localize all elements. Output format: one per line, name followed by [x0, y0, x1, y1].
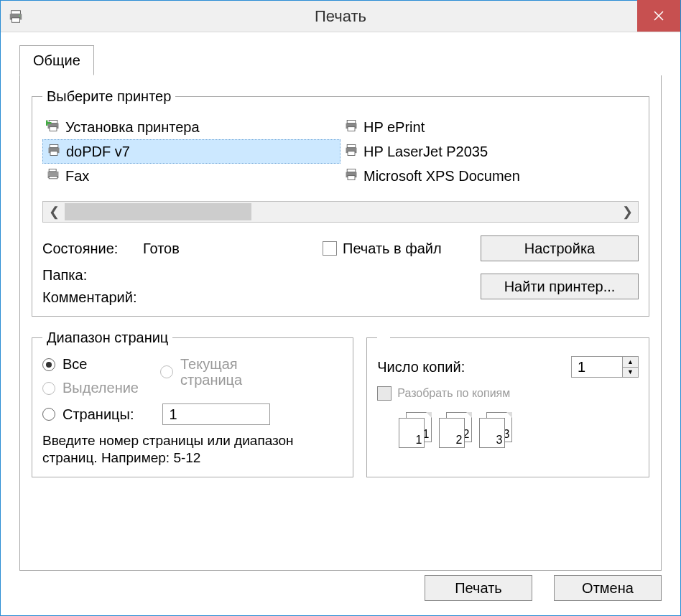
- radio-selection: Выделение: [42, 380, 139, 396]
- print-button-label: Печать: [455, 580, 502, 597]
- dialog-buttons: Печать Отмена: [425, 575, 662, 601]
- cancel-button-label: Отмена: [582, 580, 634, 597]
- printer-item-label: HP ePrint: [363, 119, 425, 136]
- print-to-file-label: Печать в файл: [343, 241, 442, 257]
- svg-rect-5: [50, 126, 57, 131]
- printer-icon: [343, 118, 359, 136]
- page-range-hint: Введите номер страницы или диапазон стра…: [42, 432, 343, 467]
- status-state-value: Готов: [143, 241, 323, 257]
- svg-rect-8: [46, 122, 52, 124]
- radio-all[interactable]: Все: [42, 356, 139, 373]
- printer-item-add[interactable]: Установка принтера: [42, 115, 340, 139]
- page-icon: 3: [479, 418, 505, 448]
- printer-status-grid: Состояние: Готов Печать в файл Настройка…: [42, 235, 639, 306]
- copies-group: . Число копий: ▲ ▼: [366, 330, 649, 477]
- radio-pages-label: Страницы:: [62, 406, 134, 423]
- svg-rect-16: [348, 126, 355, 131]
- printer-icon: [46, 143, 62, 161]
- lower-panels: Диапазон страниц Все Выделение: [32, 330, 649, 490]
- radio-current-label: Текущаястраница: [180, 356, 242, 388]
- collate-label: Разобрать по копиям: [397, 387, 510, 400]
- printer-select-legend: Выберите принтер: [42, 88, 175, 105]
- svg-rect-14: [49, 176, 57, 178]
- svg-rect-13: [49, 169, 56, 171]
- preferences-button-label: Настройка: [524, 241, 595, 257]
- window-title: Печать: [1, 7, 680, 26]
- printer-item-hpeprint[interactable]: HP ePrint: [340, 115, 639, 139]
- titlebar: Печать: [1, 1, 680, 32]
- spinner-up-icon[interactable]: ▲: [623, 357, 638, 368]
- status-state-label: Состояние:: [42, 241, 143, 257]
- svg-point-3: [19, 15, 21, 17]
- preferences-button[interactable]: Настройка: [481, 235, 639, 261]
- tab-general[interactable]: Общие: [19, 45, 94, 75]
- printer-item-label: HP LaserJet P2035: [363, 144, 488, 160]
- scroll-right-icon[interactable]: ❯: [616, 204, 638, 220]
- print-button[interactable]: Печать: [425, 575, 532, 601]
- collate-checkbox: Разобрать по копиям: [377, 386, 639, 401]
- pages-input[interactable]: [162, 403, 270, 425]
- printer-icon: [8, 9, 24, 24]
- printer-item-xps[interactable]: Microsoft XPS Documen: [340, 164, 639, 188]
- svg-rect-23: [347, 169, 356, 172]
- checkbox-icon: [323, 241, 337, 256]
- printer-list-hscroll[interactable]: ❮ ❯: [42, 201, 639, 223]
- find-printer-label: Найти принтер...: [504, 279, 616, 295]
- find-printer-button[interactable]: Найти принтер...: [481, 274, 639, 299]
- radio-current-page: Текущаястраница: [160, 356, 242, 388]
- copies-spinner[interactable]: ▲ ▼: [571, 356, 639, 378]
- tab-strip: Общие: [19, 45, 662, 75]
- collate-illustration: 11 22 33: [377, 412, 639, 447]
- svg-rect-19: [348, 151, 355, 155]
- checkbox-icon: [377, 386, 392, 401]
- copies-count-label: Число копий:: [377, 359, 465, 375]
- svg-rect-0: [11, 10, 21, 14]
- status-comment-label: Комментарий:: [42, 289, 143, 306]
- printer-item-label: Fax: [65, 168, 89, 185]
- radio-icon: [42, 382, 55, 395]
- add-printer-icon: [45, 118, 61, 136]
- printer-icon: [343, 143, 359, 161]
- cancel-button[interactable]: Отмена: [554, 575, 662, 601]
- tab-general-label: Общие: [33, 52, 80, 69]
- page-icon: 2: [439, 418, 465, 448]
- page-range-legend: Диапазон страниц: [42, 330, 172, 346]
- radio-icon: [42, 358, 55, 371]
- print-dialog: Печать Общие Выберите принтер Установка …: [0, 0, 681, 616]
- svg-rect-20: [347, 144, 356, 147]
- print-to-file-checkbox[interactable]: Печать в файл: [323, 241, 481, 257]
- svg-rect-17: [347, 120, 356, 123]
- close-button[interactable]: [637, 0, 680, 32]
- tab-body: Выберите принтер Установка принтера doPD…: [19, 75, 662, 571]
- fax-icon: [45, 167, 61, 185]
- printer-item-fax[interactable]: Fax: [42, 164, 340, 188]
- printer-item-label: doPDF v7: [66, 144, 130, 160]
- radio-pages[interactable]: Страницы:: [42, 403, 343, 425]
- printer-item-hplj[interactable]: HP LaserJet P2035: [340, 139, 639, 164]
- svg-rect-10: [50, 151, 57, 155]
- page-icon: 1: [399, 418, 425, 448]
- copies-input[interactable]: [572, 357, 622, 377]
- client-area: Общие Выберите принтер Установка принтер…: [1, 32, 680, 584]
- printer-item-label: Microsoft XPS Documen: [363, 168, 520, 185]
- printer-item-label: Установка принтера: [65, 119, 200, 136]
- status-folder-label: Папка:: [42, 267, 143, 284]
- printer-item-dopdf[interactable]: doPDF v7: [42, 139, 340, 164]
- page-range-group: Диапазон страниц Все Выделение: [32, 330, 353, 477]
- radio-icon: [160, 365, 173, 378]
- scroll-thumb[interactable]: [65, 203, 251, 220]
- radio-selection-label: Выделение: [62, 380, 139, 396]
- radio-all-label: Все: [62, 356, 87, 373]
- svg-rect-22: [348, 175, 355, 179]
- radio-icon: [42, 408, 55, 421]
- scroll-left-icon[interactable]: ❮: [43, 204, 65, 220]
- printer-list[interactable]: Установка принтера doPDF v7 Fax: [42, 115, 639, 188]
- spinner-down-icon[interactable]: ▼: [623, 368, 638, 378]
- printer-icon: [343, 167, 359, 185]
- printer-select-group: Выберите принтер Установка принтера doPD…: [32, 88, 649, 317]
- svg-rect-11: [50, 144, 58, 147]
- svg-rect-2: [12, 17, 20, 22]
